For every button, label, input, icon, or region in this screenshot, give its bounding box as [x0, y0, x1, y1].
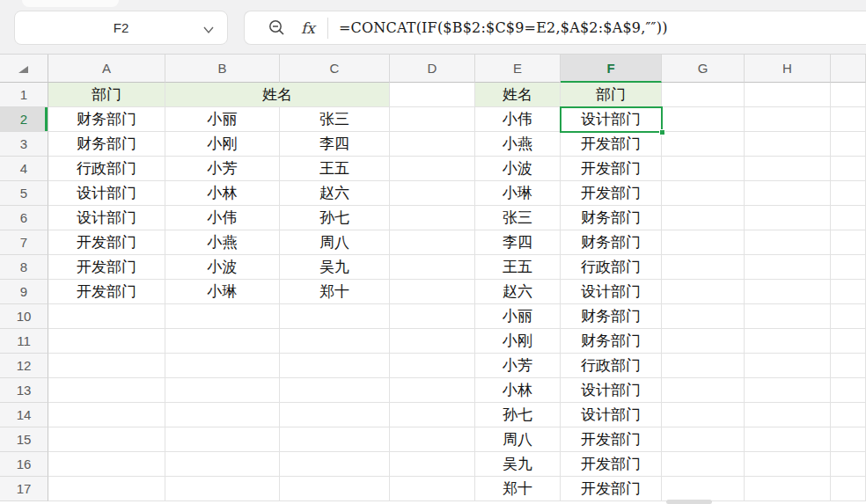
- cell-B3[interactable]: 小刚: [165, 132, 280, 157]
- cell-extra-3[interactable]: [831, 132, 866, 157]
- cell-B9[interactable]: 小琳: [165, 280, 280, 304]
- cell-D12[interactable]: [390, 354, 475, 378]
- cell-E6[interactable]: 张三: [475, 206, 561, 230]
- cell-E16[interactable]: 吴九: [475, 452, 561, 477]
- cell-E10[interactable]: 小丽: [475, 304, 561, 329]
- row-header-13[interactable]: 13: [0, 378, 48, 403]
- cell-C10[interactable]: [280, 304, 390, 329]
- cell-B12[interactable]: [165, 354, 280, 378]
- cell-B11[interactable]: [165, 329, 280, 354]
- cell-C8[interactable]: 吴九: [280, 255, 390, 280]
- cell-E4[interactable]: 小波: [475, 157, 561, 181]
- cell-extra-5[interactable]: [831, 181, 866, 206]
- cell-A11[interactable]: [48, 329, 165, 354]
- cell-extra-16[interactable]: [831, 452, 866, 477]
- cell-A8[interactable]: 开发部门: [48, 255, 165, 280]
- column-header-H[interactable]: H: [745, 55, 831, 83]
- cell-B1[interactable]: 姓名: [165, 83, 390, 107]
- cell-F12[interactable]: 行政部门: [561, 354, 662, 378]
- cell-H12[interactable]: [745, 354, 831, 378]
- cell-H13[interactable]: [745, 378, 831, 403]
- cell-A1[interactable]: 部门: [48, 83, 165, 107]
- cell-F13[interactable]: 设计部门: [561, 378, 662, 403]
- cell-C11[interactable]: [280, 329, 390, 354]
- cell-H4[interactable]: [745, 157, 831, 181]
- cell-H10[interactable]: [745, 304, 831, 329]
- cell-A10[interactable]: [48, 304, 165, 329]
- cell-G11[interactable]: [662, 329, 745, 354]
- cell-C5[interactable]: 赵六: [280, 181, 390, 206]
- row-header-10[interactable]: 10: [0, 304, 48, 329]
- cell-E8[interactable]: 王五: [475, 255, 561, 280]
- cell-F2[interactable]: 设计部门: [561, 107, 662, 132]
- row-header-16[interactable]: 16: [0, 452, 48, 477]
- cell-E13[interactable]: 小林: [475, 378, 561, 403]
- cell-F8[interactable]: 行政部门: [561, 255, 662, 280]
- row-header-12[interactable]: 12: [0, 354, 48, 378]
- cell-E12[interactable]: 小芳: [475, 354, 561, 378]
- cell-extra-7[interactable]: [831, 230, 866, 255]
- row-header-9[interactable]: 9: [0, 280, 48, 304]
- cell-B13[interactable]: [165, 378, 280, 403]
- cell-G8[interactable]: [662, 255, 745, 280]
- cell-E14[interactable]: 孙七: [475, 403, 561, 427]
- cell-C3[interactable]: 李四: [280, 132, 390, 157]
- cell-D6[interactable]: [390, 206, 475, 230]
- cell-A9[interactable]: 开发部门: [48, 280, 165, 304]
- cell-G1[interactable]: [662, 83, 745, 107]
- cell-D16[interactable]: [390, 452, 475, 477]
- cell-extra-15[interactable]: [831, 427, 866, 452]
- cell-D14[interactable]: [390, 403, 475, 427]
- cell-B2[interactable]: 小丽: [165, 107, 280, 132]
- row-header-2[interactable]: 2: [0, 107, 48, 132]
- cell-B14[interactable]: [165, 403, 280, 427]
- name-box[interactable]: F2: [14, 11, 228, 45]
- cell-C7[interactable]: 周八: [280, 230, 390, 255]
- cell-extra-17[interactable]: [831, 477, 866, 501]
- cell-A15[interactable]: [48, 427, 165, 452]
- cell-extra-6[interactable]: [831, 206, 866, 230]
- cell-A16[interactable]: [48, 452, 165, 477]
- cell-extra-4[interactable]: [831, 157, 866, 181]
- cell-A7[interactable]: 开发部门: [48, 230, 165, 255]
- cell-G3[interactable]: [662, 132, 745, 157]
- cell-D2[interactable]: [390, 107, 475, 132]
- cell-F10[interactable]: 财务部门: [561, 304, 662, 329]
- cell-C9[interactable]: 郑十: [280, 280, 390, 304]
- cell-H2[interactable]: [745, 107, 831, 132]
- cell-F11[interactable]: 财务部门: [561, 329, 662, 354]
- row-header-11[interactable]: 11: [0, 329, 48, 354]
- cell-extra-10[interactable]: [831, 304, 866, 329]
- cell-A12[interactable]: [48, 354, 165, 378]
- magnifier-minus-icon[interactable]: [268, 18, 286, 37]
- cell-D15[interactable]: [390, 427, 475, 452]
- cell-H16[interactable]: [745, 452, 831, 477]
- cell-D4[interactable]: [390, 157, 475, 181]
- cell-B7[interactable]: 小燕: [165, 230, 280, 255]
- cell-B16[interactable]: [165, 452, 280, 477]
- cell-F9[interactable]: 设计部门: [561, 280, 662, 304]
- cell-extra-12[interactable]: [831, 354, 866, 378]
- column-header-B[interactable]: B: [165, 55, 280, 83]
- column-header-D[interactable]: D: [390, 55, 475, 83]
- cell-D7[interactable]: [390, 230, 475, 255]
- formula-bar[interactable]: fx =CONCAT(IF($B$2:$C$9=E2,$A$2:$A$9,″″)…: [244, 11, 866, 45]
- cell-F16[interactable]: 开发部门: [561, 452, 662, 477]
- cell-F4[interactable]: 开发部门: [561, 157, 662, 181]
- column-header-F[interactable]: F: [561, 55, 662, 83]
- row-header-6[interactable]: 6: [0, 206, 48, 230]
- chevron-down-icon[interactable]: [202, 23, 215, 38]
- row-header-7[interactable]: 7: [0, 230, 48, 255]
- column-header-C[interactable]: C: [280, 55, 390, 83]
- cell-A2[interactable]: 财务部门: [48, 107, 165, 132]
- cell-D11[interactable]: [390, 329, 475, 354]
- cell-A5[interactable]: 设计部门: [48, 181, 165, 206]
- cell-H9[interactable]: [745, 280, 831, 304]
- cell-extra-2[interactable]: [831, 107, 866, 132]
- cell-F17[interactable]: 开发部门: [561, 477, 662, 501]
- cell-A14[interactable]: [48, 403, 165, 427]
- cell-G2[interactable]: [662, 107, 745, 132]
- cell-A17[interactable]: [48, 477, 165, 501]
- cell-C2[interactable]: 张三: [280, 107, 390, 132]
- cell-B10[interactable]: [165, 304, 280, 329]
